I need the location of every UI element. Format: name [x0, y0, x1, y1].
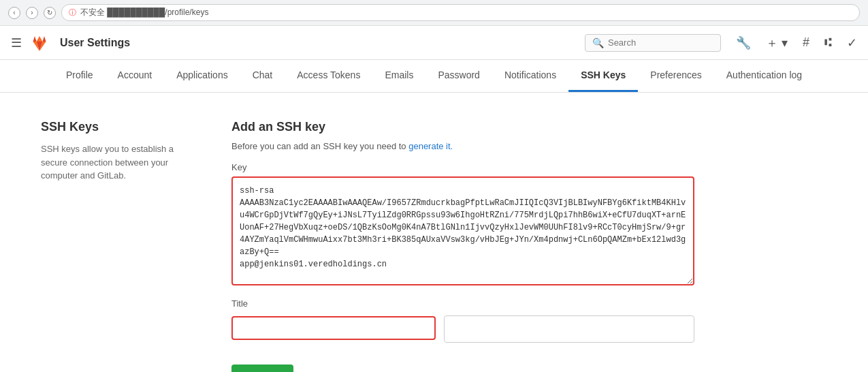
search-icon: 🔍 — [592, 37, 604, 48]
main-content: SSH Keys SSH keys allow you to establish… — [0, 93, 868, 372]
title-input[interactable]: app@jenkins01.veredholdings.cn — [231, 316, 436, 340]
title-field-group: Title app@jenkins01.veredholdings.cn — [231, 298, 694, 343]
generate-link[interactable]: generate it. — [408, 141, 453, 151]
wrench-icon[interactable]: 🔧 — [736, 35, 751, 50]
sidebar-description: SSH keys allow you to establish a secure… — [41, 142, 191, 183]
subnav-item-account[interactable]: Account — [106, 60, 165, 92]
app-title: User Settings — [60, 37, 130, 49]
subnav-item-ssh-keys[interactable]: SSH Keys — [568, 60, 638, 92]
hash-icon[interactable]: # — [803, 35, 809, 50]
merge-requests-icon[interactable]: ⑆ — [824, 35, 832, 50]
plus-icon[interactable]: ＋ ▾ — [766, 35, 788, 51]
check-icon[interactable]: ✓ — [847, 35, 857, 50]
sidebar-section: SSH Keys SSH keys allow you to establish… — [41, 120, 191, 372]
key-field-group: Key ssh-rsa AAAAB3NzaC1yc2EAAAABIwAAAQEA… — [231, 162, 694, 288]
key-textarea[interactable]: ssh-rsa AAAAB3NzaC1yc2EAAAABIwAAAQEAw/I9… — [231, 176, 694, 285]
sidebar-title: SSH Keys — [41, 120, 191, 134]
form-title: Add an SSH key — [231, 120, 694, 134]
search-bar[interactable]: 🔍 — [585, 34, 721, 52]
reload-button[interactable]: ↻ — [44, 7, 56, 19]
subnav-item-chat[interactable]: Chat — [240, 60, 285, 92]
subnav: Profile Account Applications Chat Access… — [0, 60, 868, 93]
security-icon: ⓘ — [69, 7, 76, 18]
gitlab-logo — [30, 33, 49, 52]
subnav-item-applications[interactable]: Applications — [164, 60, 240, 92]
subnav-item-access-tokens[interactable]: Access Tokens — [285, 60, 372, 92]
add-key-button[interactable]: Add key — [231, 365, 293, 372]
url-bar[interactable]: ⓘ 不安全 ██████████/profile/keys — [61, 4, 860, 21]
url-text: 不安全 ██████████/profile/keys — [80, 7, 208, 18]
subnav-item-auth-log[interactable]: Authentication log — [714, 60, 814, 92]
key-label: Key — [231, 162, 694, 172]
subnav-item-profile[interactable]: Profile — [54, 60, 106, 92]
subnav-item-preferences[interactable]: Preferences — [638, 60, 713, 92]
subnav-item-emails[interactable]: Emails — [372, 60, 425, 92]
search-input[interactable] — [608, 37, 713, 48]
form-section: Add an SSH key Before you can add an SSH… — [231, 120, 694, 372]
forward-icon: › — [31, 9, 33, 16]
reload-icon: ↻ — [47, 9, 52, 16]
generate-notice: Before you can add an SSH key you need t… — [231, 141, 694, 151]
browser-chrome: ‹ › ↻ ⓘ 不安全 ██████████/profile/keys — [0, 0, 868, 26]
title-label: Title — [231, 298, 694, 309]
back-icon: ‹ — [13, 9, 15, 16]
topbar: ☰ User Settings 🔍 🔧 ＋ ▾ # ⑆ ✓ — [0, 26, 868, 60]
forward-button[interactable]: › — [26, 7, 38, 19]
subnav-item-password[interactable]: Password — [425, 60, 492, 92]
subnav-item-notifications[interactable]: Notifications — [492, 60, 568, 92]
hamburger-icon[interactable]: ☰ — [11, 35, 22, 50]
back-button[interactable]: ‹ — [8, 7, 20, 19]
